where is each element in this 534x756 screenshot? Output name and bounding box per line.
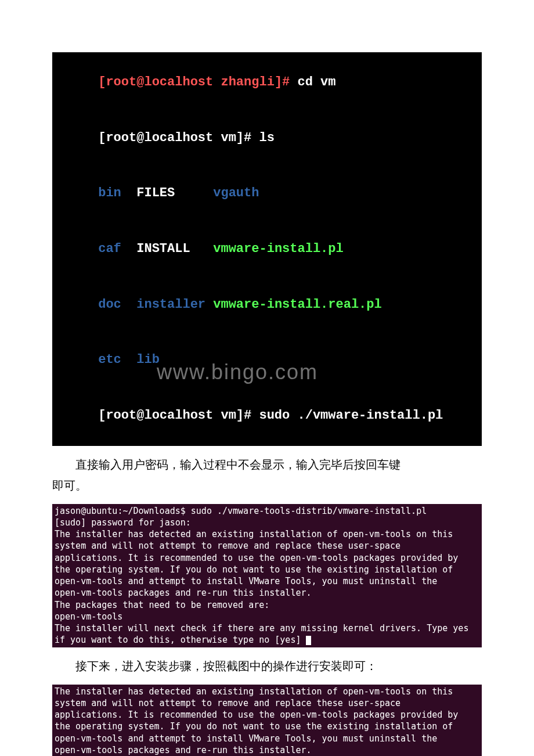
terminal-body: The installer has detected an existing i… xyxy=(55,686,479,756)
body-paragraph: 直接输入用户密码，输入过程中不会显示，输入完毕后按回车键 xyxy=(52,454,482,475)
terminal-line: bin FILES vgauth xyxy=(52,165,482,221)
terminal-line: [sudo] password for jason: xyxy=(55,517,479,528)
terminal-line: [root@localhost zhangli]# cd vm xyxy=(52,55,482,110)
terminal-screenshot-3: The installer has detected an existing i… xyxy=(52,685,482,756)
terminal-line: [root@localhost vm]# ls xyxy=(52,110,482,166)
terminal-line: doc installer vmware-install.real.pl xyxy=(52,277,482,333)
body-paragraph: 接下来，进入安装步骤，按照截图中的操作进行安装即可： xyxy=(52,656,482,676)
terminal-line: jason@ubuntu:~/Downloads$ sudo ./vmware-… xyxy=(55,505,479,517)
body-paragraph: 即可。 xyxy=(52,475,482,496)
terminal-screenshot-2: jason@ubuntu:~/Downloads$ sudo ./vmware-… xyxy=(52,504,482,647)
terminal-line: etc lib xyxy=(52,332,482,388)
terminal-line: caf INSTALL vmware-install.pl xyxy=(52,221,482,277)
terminal-screenshot-1: [root@localhost zhangli]# cd vm [root@lo… xyxy=(52,52,482,446)
terminal-body: The installer has detected an existing i… xyxy=(55,528,479,646)
cursor-icon xyxy=(306,636,311,645)
terminal-line: [root@localhost vm]# sudo ./vmware-insta… xyxy=(52,388,482,444)
